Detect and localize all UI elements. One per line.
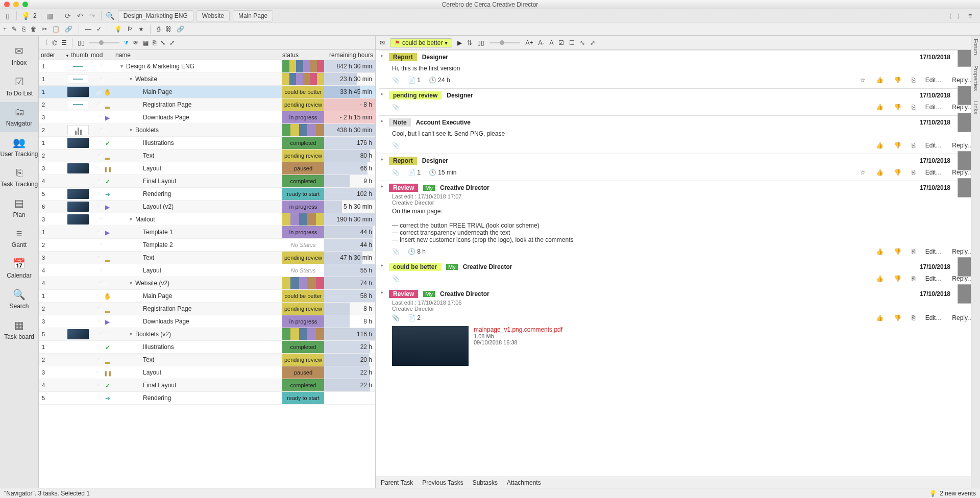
hashtag-icon[interactable]: ⎘ <box>912 169 915 176</box>
menu-icon[interactable]: ≡ <box>968 12 972 21</box>
hashtag-icon[interactable]: ⎘ <box>912 248 915 255</box>
table-row[interactable]: 1▼Website23 h 30 min <box>39 73 375 86</box>
check-icon[interactable]: ✓ <box>96 26 102 33</box>
forum-message[interactable]: ▸could be betterMyCreative Director17/10… <box>379 260 977 287</box>
forum-message[interactable]: ▸ReportDesigner17/10/2018Hi, this is the… <box>379 50 977 88</box>
delete-icon[interactable]: 🗑 <box>31 26 37 33</box>
paste-icon[interactable]: 📋 <box>52 26 60 33</box>
table-row[interactable]: 1Illustrationscompleted176 h <box>39 137 375 150</box>
table-row[interactable]: 3▼Mailout190 h 30 min <box>39 213 375 226</box>
thumbs-down-icon[interactable]: 👎 <box>894 169 901 176</box>
undo-icon[interactable]: ↶ <box>76 11 85 20</box>
disclosure-icon[interactable]: ▼ <box>129 281 133 286</box>
table-row[interactable]: 5▼Booklets (v2)116 h <box>39 328 375 341</box>
check2-icon[interactable]: ☑ <box>558 39 564 46</box>
list-icon[interactable]: ☰ <box>61 39 67 46</box>
disclosure-icon[interactable]: ▼ <box>129 77 133 82</box>
table-body[interactable]: 1▼Design & Marketing ENG842 h 30 min1▼We… <box>39 60 375 488</box>
box-icon[interactable]: ☐ <box>569 39 575 46</box>
strip-properties[interactable]: Properties <box>973 65 979 91</box>
table-row[interactable]: 4Final Layoutcompleted9 h <box>39 175 375 188</box>
edit-link[interactable]: Edit… <box>925 248 942 255</box>
add-icon[interactable]: + <box>3 26 7 33</box>
strip-links[interactable]: Links <box>973 101 979 114</box>
nav-item-search[interactable]: 🔍Search <box>0 284 38 315</box>
disclosure-icon[interactable]: ▼ <box>119 64 124 69</box>
edit-link[interactable]: Edit… <box>925 314 942 321</box>
window-controls[interactable] <box>4 2 28 7</box>
zoom-icon[interactable] <box>22 2 28 7</box>
thumbs-up-icon[interactable]: 👍 <box>876 142 884 149</box>
nav-item-task-tracking[interactable]: ⎘Task Tracking <box>0 163 38 193</box>
table-row[interactable]: 2Registration Pagepending review8 h <box>39 303 375 315</box>
table-row[interactable]: 1Illustrationscompleted22 h <box>39 341 375 354</box>
table-row[interactable]: 2Template 2No Status44 h <box>39 239 375 252</box>
star-icon[interactable]: ★ <box>138 26 144 33</box>
disclosure-icon[interactable]: ▼ <box>129 332 133 337</box>
font-reset-icon[interactable]: A <box>549 39 553 46</box>
columns2-icon[interactable]: ▯▯ <box>477 39 484 46</box>
nav-item-inbox[interactable]: ✉Inbox <box>0 41 38 71</box>
table-row[interactable]: 1Main Pagecould be better58 h <box>39 290 375 303</box>
flag-icon[interactable]: 🏳 <box>127 26 133 33</box>
table-row[interactable]: 2Textpending review80 h <box>39 150 375 162</box>
table-row[interactable]: 1▼Design & Marketing ENG842 h 30 min <box>39 60 375 73</box>
thumbs-down-icon[interactable]: 👎 <box>894 142 901 149</box>
grid-icon[interactable]: ▦ <box>45 11 55 20</box>
strip-forum[interactable]: Forum <box>973 39 979 55</box>
forum-message[interactable]: ▸ReportDesigner17/10/2018📎📄 1🕓 15 min☆👍👎… <box>379 154 977 181</box>
hashtag-icon[interactable]: ⎘ <box>912 142 915 149</box>
expand-icon[interactable]: ⤢ <box>169 39 175 46</box>
zoom-slider[interactable] <box>489 42 520 43</box>
filter-icon[interactable]: ⧩ <box>124 39 129 46</box>
table-row[interactable]: 2▼Booklets438 h 30 min <box>39 124 375 137</box>
status-right[interactable]: 2 new events <box>940 490 976 497</box>
forum-message[interactable]: ▸pending reviewDesigner17/10/2018📎👍👎⎘Edi… <box>379 88 977 115</box>
redo-icon[interactable]: ↷ <box>88 11 97 20</box>
table-row[interactable]: 4▼Website (v2)74 h <box>39 277 375 290</box>
star-icon[interactable]: ☆ <box>860 77 866 84</box>
copy-icon[interactable]: ⎘ <box>22 26 26 33</box>
table-row[interactable]: 3Downloads Pagein progress8 h <box>39 315 375 328</box>
table-icon[interactable]: ▦ <box>143 39 149 46</box>
attach-icon[interactable]: 📎 <box>392 77 400 84</box>
link-icon[interactable]: 🔗 <box>65 26 72 33</box>
forum-message[interactable]: ▸NoteAccount Executive17/10/2018Cool, bu… <box>379 115 977 154</box>
link2-icon[interactable]: 🔗 <box>177 26 184 33</box>
thumbs-down-icon[interactable]: 👎 <box>894 248 901 255</box>
hashtag-icon[interactable]: ⎘ <box>912 275 915 282</box>
col-status[interactable]: status <box>282 52 324 59</box>
nav-item-navigator[interactable]: 🗂Navigator <box>0 102 38 132</box>
edit-icon[interactable]: ✎ <box>12 26 17 33</box>
nav-item-to-do-list[interactable]: ☑To Do List <box>0 71 38 102</box>
msg-disclosure-icon[interactable]: ▸ <box>381 183 383 189</box>
bulb2-icon[interactable]: 💡 <box>114 26 122 33</box>
table-row[interactable]: 1Main Pagecould be better33 h 45 min <box>39 86 375 98</box>
attach-icon[interactable]: 📎 <box>392 169 400 176</box>
star-icon[interactable]: ☆ <box>860 169 866 176</box>
edit-link[interactable]: Edit… <box>925 142 942 149</box>
nav-item-gantt[interactable]: ≡Gantt <box>0 223 38 254</box>
forum-message[interactable]: ▸ReviewMyCreative Director17/10/2018Last… <box>379 287 977 376</box>
nav-item-task-board[interactable]: ▦Task board <box>0 315 38 345</box>
bulb-icon[interactable]: 💡 <box>21 11 30 20</box>
attach-icon[interactable]: 📎 <box>392 248 400 255</box>
search-icon[interactable]: 🔍 <box>106 11 115 20</box>
table-row[interactable]: 5Renderingready to start <box>39 392 375 405</box>
font-bigger-icon[interactable]: A+ <box>525 39 533 46</box>
edit-link[interactable]: Edit… <box>925 104 942 111</box>
edit-link[interactable]: Edit… <box>925 275 942 282</box>
row-size-slider[interactable] <box>89 42 119 43</box>
thumbs-up-icon[interactable]: 👍 <box>876 77 884 84</box>
cut-icon[interactable]: ✂ <box>42 26 47 33</box>
nav-item-user-tracking[interactable]: 👥User Tracking <box>0 132 38 163</box>
sort-icon[interactable]: ⇅ <box>467 39 472 46</box>
back-icon[interactable]: 〈 <box>946 12 952 21</box>
attach-icon[interactable]: 📎 <box>392 142 400 149</box>
nav-back-icon[interactable]: 〈 <box>42 38 48 47</box>
msg-disclosure-icon[interactable]: ▸ <box>381 289 383 295</box>
clip-icon[interactable]: ⎙ <box>157 26 160 33</box>
thumbs-down-icon[interactable]: 👎 <box>894 275 901 282</box>
dash-icon[interactable]: — <box>85 26 91 33</box>
col-name[interactable]: name <box>115 52 282 59</box>
